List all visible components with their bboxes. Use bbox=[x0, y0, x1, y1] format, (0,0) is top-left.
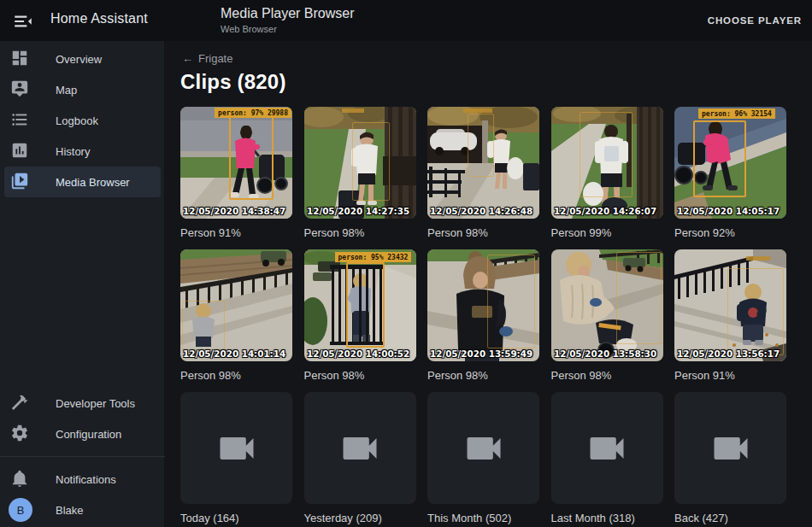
clip-thumbnail: person: 95% 23432 12/05/2020 14:00:52 bbox=[304, 249, 416, 361]
sidebar-item-developer-tools[interactable]: Developer Tools bbox=[4, 388, 161, 419]
folder-thumbnail bbox=[427, 392, 539, 504]
clip-card[interactable]: person: 97% 29988 12/05/2020 14:38:47 Pe… bbox=[180, 107, 292, 249]
sidebar-item-map[interactable]: Map bbox=[4, 74, 161, 105]
sidebar-item-logbook[interactable]: Logbook bbox=[4, 105, 161, 136]
sidebar-item-label: Developer Tools bbox=[56, 397, 135, 410]
clip-label: Person 91% bbox=[180, 219, 292, 239]
page-subtitle: Web Browser bbox=[221, 24, 355, 34]
detection-bbox bbox=[487, 255, 535, 348]
folder-thumbnail bbox=[304, 392, 416, 504]
sidebar: Overview Map Logbook History Media Brows… bbox=[0, 41, 165, 527]
app-title: Home Assistant bbox=[50, 11, 148, 26]
clip-timestamp: 12/05/2020 14:05:17 bbox=[677, 206, 780, 217]
clip-card[interactable]: person: 95% 23432 12/05/2020 14:00:52 Pe… bbox=[304, 249, 416, 392]
breadcrumb-back[interactable]: ←Frigate bbox=[182, 52, 232, 65]
sidebar-item-media-browser[interactable]: Media Browser bbox=[4, 167, 161, 197]
detection-bbox bbox=[346, 262, 385, 348]
breadcrumb-label: Frigate bbox=[198, 52, 232, 65]
media-browser-panel: ←Frigate Clips (820) bbox=[165, 41, 812, 527]
clips-grid: person: 97% 29988 12/05/2020 14:38:47 Pe… bbox=[180, 107, 786, 527]
folder-label: Yesterday (209) bbox=[304, 504, 416, 524]
sidebar-item-profile[interactable]: B Blake bbox=[4, 495, 161, 525]
back-arrow-icon: ← bbox=[182, 52, 193, 65]
sidebar-item-notifications[interactable]: Notifications bbox=[4, 464, 161, 495]
sidebar-item-label: Notifications bbox=[56, 473, 116, 486]
clip-card[interactable]: 12/05/2020 13:56:17 Person 91% bbox=[674, 249, 786, 392]
menu-open-icon bbox=[12, 10, 34, 32]
sidebar-item-overview[interactable]: Overview bbox=[4, 44, 161, 74]
detection-bbox bbox=[727, 268, 784, 355]
folder-card-last-month[interactable]: Last Month (318) bbox=[551, 392, 663, 527]
clip-label: Person 98% bbox=[304, 219, 416, 239]
folder-label: Back (427) bbox=[674, 504, 786, 524]
clips-heading: Clips (820) bbox=[180, 70, 286, 94]
page-title-block: Media Player Browser Web Browser bbox=[221, 6, 355, 34]
clip-timestamp: 12/05/2020 14:01:14 bbox=[183, 348, 285, 360]
clip-card[interactable]: 12/05/2020 13:59:49 Person 98% bbox=[427, 249, 539, 392]
folder-card-today[interactable]: Today (164) bbox=[180, 392, 292, 527]
clip-label: Person 98% bbox=[304, 361, 416, 382]
app-header: Home Assistant Media Player Browser Web … bbox=[0, 0, 812, 41]
detection-bbox bbox=[352, 122, 390, 201]
clip-timestamp: 12/05/2020 14:00:52 bbox=[307, 348, 409, 360]
folder-thumbnail bbox=[674, 392, 786, 504]
home-assistant-app: Home Assistant Media Player Browser Web … bbox=[0, 0, 812, 527]
clip-timestamp: 12/05/2020 14:26:07 bbox=[554, 206, 656, 217]
video-icon bbox=[462, 426, 506, 471]
video-icon bbox=[215, 426, 259, 471]
media-browser-icon bbox=[10, 172, 31, 192]
clip-thumbnail: person: 96% 32154 12/05/2020 14:05:17 bbox=[674, 107, 786, 219]
sidebar-item-label: Map bbox=[56, 84, 77, 97]
clip-thumbnail: 12/05/2020 14:27:35 bbox=[304, 107, 416, 219]
sidebar-nav: Overview Map Logbook History Media Brows… bbox=[0, 41, 165, 197]
detection-bbox bbox=[229, 112, 274, 200]
clip-card[interactable]: 12/05/2020 14:27:35 Person 98% bbox=[304, 107, 416, 249]
clip-thumbnail: 12/05/2020 14:26:48 bbox=[427, 107, 539, 219]
video-icon bbox=[338, 426, 382, 471]
sidebar-item-label: Logbook bbox=[56, 114, 98, 127]
folder-thumbnail bbox=[551, 392, 663, 504]
detection-bbox bbox=[468, 114, 494, 177]
hammer-icon bbox=[10, 393, 31, 413]
sidebar-divider bbox=[0, 456, 165, 457]
detection-bbox-label: person: 97% 29988 bbox=[215, 108, 291, 118]
clip-card[interactable]: 12/05/2020 14:01:14 Person 98% bbox=[180, 249, 292, 392]
clip-thumbnail: 12/05/2020 13:56:17 bbox=[674, 249, 786, 361]
detection-bbox bbox=[616, 252, 662, 344]
avatar: B bbox=[9, 498, 32, 522]
clip-timestamp: 12/05/2020 13:59:49 bbox=[430, 348, 533, 360]
folder-card-back[interactable]: Back (427) bbox=[674, 392, 786, 527]
folder-thumbnail bbox=[180, 392, 292, 504]
page-title: Media Player Browser bbox=[221, 6, 355, 21]
clip-label: Person 98% bbox=[180, 361, 292, 382]
clip-card[interactable]: person: 96% 32154 12/05/2020 14:05:17 Pe… bbox=[674, 107, 786, 249]
sidebar-item-history[interactable]: History bbox=[4, 136, 161, 167]
sidebar-item-label: History bbox=[56, 145, 90, 158]
clip-label: Person 98% bbox=[551, 361, 663, 382]
clip-thumbnail: 12/05/2020 14:01:14 bbox=[180, 249, 292, 361]
choose-player-button[interactable]: CHOOSE PLAYER bbox=[708, 10, 802, 31]
clip-card[interactable]: 12/05/2020 14:26:07 Person 99% bbox=[551, 107, 663, 249]
clip-label: Person 98% bbox=[427, 361, 539, 382]
clip-thumbnail: 12/05/2020 13:59:49 bbox=[427, 249, 539, 361]
detection-bbox bbox=[693, 120, 746, 197]
folder-label: Today (164) bbox=[180, 504, 292, 524]
sidebar-item-label: Media Browser bbox=[56, 176, 130, 189]
clip-label: Person 98% bbox=[427, 219, 539, 239]
sidebar-toggle-button[interactable] bbox=[12, 10, 34, 31]
clip-card[interactable]: 12/05/2020 13:58:30 Person 98% bbox=[551, 249, 663, 392]
folder-card-yesterday[interactable]: Yesterday (209) bbox=[304, 392, 416, 527]
folder-card-this-month[interactable]: This Month (502) bbox=[427, 392, 539, 527]
clip-timestamp: 12/05/2020 13:56:17 bbox=[677, 348, 780, 360]
map-account-icon bbox=[10, 79, 31, 100]
detection-bbox bbox=[580, 112, 633, 197]
clip-thumbnail: person: 97% 29988 12/05/2020 14:38:47 bbox=[180, 107, 292, 219]
view-dashboard-icon bbox=[10, 49, 31, 69]
clip-timestamp: 12/05/2020 14:26:48 bbox=[430, 206, 533, 217]
history-chart-icon bbox=[10, 141, 31, 161]
clip-card[interactable]: 12/05/2020 14:26:48 Person 98% bbox=[427, 107, 539, 249]
sidebar-item-configuration[interactable]: Configuration bbox=[4, 419, 161, 449]
detection-bbox-label: person: 96% 32154 bbox=[698, 108, 775, 119]
logbook-list-icon bbox=[10, 110, 31, 131]
video-icon bbox=[709, 426, 753, 471]
